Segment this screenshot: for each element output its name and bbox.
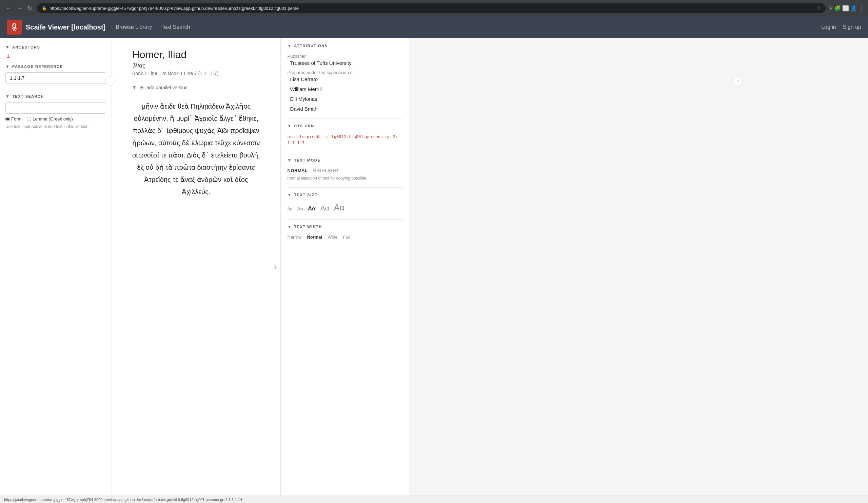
app-header: Scaife Viewer [localhost] Browse Library… (0, 16, 868, 38)
status-url: https://jacobwegner-supreme-giggle-457wg… (4, 497, 242, 502)
ancestors-section-title: ANCESTORS (12, 45, 40, 49)
text-size-section-header: ▼ TEXT SIZE (288, 192, 402, 199)
text-width-narrow-button[interactable]: Narrow (288, 234, 302, 240)
ext-menu[interactable]: ⋮ (858, 5, 864, 11)
browser-nav-buttons: ← → ↻ (4, 3, 33, 13)
parallel-version-bar: ▼ ⊞ add parallel version (132, 84, 260, 91)
right-panel-collapse-button[interactable]: → (733, 76, 743, 85)
passage-ref-section-header: ▼ PASSAGE REFERENCE (6, 64, 106, 69)
divider-4 (288, 219, 402, 220)
radio-form-input[interactable] (6, 117, 10, 121)
publisher-value: Trustees of Tufts University (288, 60, 402, 66)
nav-browse-library[interactable]: Browse Library (116, 24, 152, 30)
greek-line-5: οἰωνοῖσί τε πᾶσι, Διὸς δ᾽ ἐτελείετο βουλ… (132, 149, 260, 161)
mode-highlight-button[interactable]: HIGHLIGHT (313, 168, 339, 173)
nav-text-search[interactable]: Text Search (162, 24, 190, 30)
text-width-full-button[interactable]: Full (343, 234, 350, 240)
text-mode-section: ▼ TEXT MODE NORMAL HIGHLIGHT normal sele… (288, 158, 402, 181)
work-reference: Book 1 Line 1 to Book 1 Line 7 (1.1– 1.7… (132, 71, 260, 76)
right-panel: ▼ ATTRIBUTIONS Publisher Trustees of Tuf… (280, 38, 409, 495)
ancestors-section-header: ▼ ANCESTORS (6, 45, 106, 50)
passage-ref-chevron-icon[interactable]: ▼ (6, 64, 10, 69)
greek-line-1: μῆνιν ἄειδε θεὰ Πηληϊάδεω Ἀχιλῆος (132, 100, 260, 112)
passage-reference-input[interactable] (6, 72, 106, 84)
text-mode-section-title: TEXT MODE (294, 158, 320, 162)
main-content: Homer, Iliad Ἰλιάς Book 1 Line 1 to Book… (112, 38, 280, 495)
supervisor-3: Elli Mylonas (288, 96, 402, 102)
signup-link[interactable]: Sign up (843, 24, 861, 30)
text-width-section-header: ▼ TEXT WIDTH (288, 224, 402, 230)
text-search-section-title: TEXT SEARCH (12, 94, 44, 98)
greek-line-7: Ἀτρεΐδης τε ἄναξ ἀνδρῶν καὶ δῖος (132, 173, 260, 186)
greek-text-block: μῆνιν ἄειδε θεὰ Πηληϊάδεω Ἀχιλῆος οὐλομέ… (132, 100, 260, 198)
ancestors-value[interactable]: 1 (7, 53, 106, 59)
text-mode-section-header: ▼ TEXT MODE (288, 158, 402, 164)
greek-line-6: ἐξ οὗ δὴ τὰ πρῶτα διαστήτην ἐρίσαντε (132, 161, 260, 173)
text-size-xl-button[interactable]: Aα (334, 203, 344, 212)
radio-lemma-text: Lemma (Greek only) (32, 117, 73, 121)
text-size-options: Aα Aα Aα Aα Aα (288, 203, 402, 212)
bookmark-icon[interactable]: ☆ (816, 6, 821, 11)
svg-line-2 (13, 29, 14, 31)
login-link[interactable]: Log in (821, 24, 836, 30)
ext-icon-1[interactable]: V (829, 5, 833, 11)
left-sidebar: ▼ ANCESTORS 1 ▼ PASSAGE REFERENCE ▼ TEXT… (0, 38, 112, 495)
greek-line-2: οὐλομένην, ἣ μυρί᾽ Ἀχαιοῖς ἄλγε᾽ ἔθηκε, (132, 112, 260, 124)
forward-button[interactable]: → (15, 3, 24, 13)
parallel-grid-icon[interactable]: ⊞ (140, 84, 144, 91)
greek-line-3: πολλὰς δ᾽ ἰφθίμους ψυχὰς Ἄϊδι προΐαψεν (132, 124, 260, 137)
divider-1 (288, 119, 402, 119)
left-sidebar-collapse-button[interactable]: ← (105, 76, 115, 85)
search-type-radio-group: Form Lemma (Greek only) (6, 117, 106, 121)
greek-line-4: ἡρώων, αὐτοὺς δὲ ἑλώρια τεῦχε κύνεσσιν (132, 137, 260, 149)
text-size-md-button[interactable]: Aα (308, 205, 316, 212)
attributions-chevron-icon[interactable]: ▼ (288, 43, 292, 48)
app-title: Scaife Viewer [localhost] (26, 23, 105, 31)
cts-urn-section-title: CTS URN (294, 124, 314, 128)
text-search-chevron-icon[interactable]: ▼ (6, 94, 10, 99)
cts-urn-section-header: ▼ CTS URN (288, 123, 402, 130)
cts-urn-chevron-icon[interactable]: ▼ (288, 123, 292, 128)
ext-icon-2[interactable]: 🧩 (834, 5, 841, 11)
text-size-chevron-icon[interactable]: ▼ (288, 192, 292, 197)
search-hint-text: Use text input above to find text in thi… (6, 124, 106, 129)
address-bar[interactable]: 🔒 https://jacobwegner-supreme-giggle-457… (37, 3, 826, 13)
text-size-lg-button[interactable]: Aα (320, 204, 329, 212)
browser-chrome: ← → ↻ 🔒 https://jacobwegner-supreme-gigg… (0, 0, 868, 16)
greek-line-8: Ἀχιλλεύς. (132, 186, 260, 198)
text-width-normal-button[interactable]: Normal (307, 234, 322, 240)
main-layout: ▼ ANCESTORS 1 ▼ PASSAGE REFERENCE ▼ TEXT… (0, 38, 409, 495)
mode-normal-button[interactable]: NORMAL (288, 168, 308, 173)
radio-lemma-label[interactable]: Lemma (Greek only) (27, 117, 73, 121)
reload-button[interactable]: ↻ (26, 3, 33, 13)
parallel-chevron-icon[interactable]: ▼ (132, 85, 137, 90)
radio-lemma-input[interactable] (27, 117, 31, 121)
work-subtitle: Ἰλιάς (132, 62, 260, 69)
text-width-section: ▼ TEXT WIDTH Narrow Normal Wide Full (288, 224, 402, 240)
status-bar: https://jacobwegner-supreme-giggle-457wg… (0, 495, 868, 503)
text-width-options: Narrow Normal Wide Full (288, 234, 402, 240)
cts-urn-value[interactable]: urn:cts:greekLit:tlg0012.tlg001.perseus-… (288, 134, 402, 146)
mode-description-text: normal selection of text for copying pos… (288, 176, 402, 181)
text-search-input[interactable] (6, 102, 106, 114)
attributions-section-title: ATTRIBUTIONS (294, 44, 328, 48)
text-size-xs-button[interactable]: Aα (288, 207, 293, 211)
text-width-chevron-icon[interactable]: ▼ (288, 224, 292, 229)
text-mode-chevron-icon[interactable]: ▼ (288, 158, 292, 163)
parallel-version-link[interactable]: add parallel version (146, 85, 187, 90)
radio-form-label[interactable]: Form (6, 117, 21, 121)
app-nav: Browse Library Text Search (116, 24, 190, 30)
supervisor-2: William Merrill (288, 86, 402, 92)
passage-ref-section-title: PASSAGE REFERENCE (12, 64, 63, 69)
ancestors-chevron-icon[interactable]: ▼ (6, 45, 10, 50)
svg-point-1 (13, 24, 15, 28)
text-size-sm-button[interactable]: Aα (297, 206, 303, 211)
back-button[interactable]: ← (4, 3, 13, 13)
ext-icon-4[interactable]: 👤 (850, 5, 857, 11)
radio-form-text: Form (11, 117, 21, 121)
text-width-section-title: TEXT WIDTH (294, 225, 322, 229)
text-width-wide-button[interactable]: Wide (328, 234, 338, 240)
next-page-button[interactable]: › (273, 261, 277, 272)
ext-icon-3[interactable]: ⬜ (842, 5, 849, 11)
app-header-right: Log in Sign up (821, 24, 861, 30)
